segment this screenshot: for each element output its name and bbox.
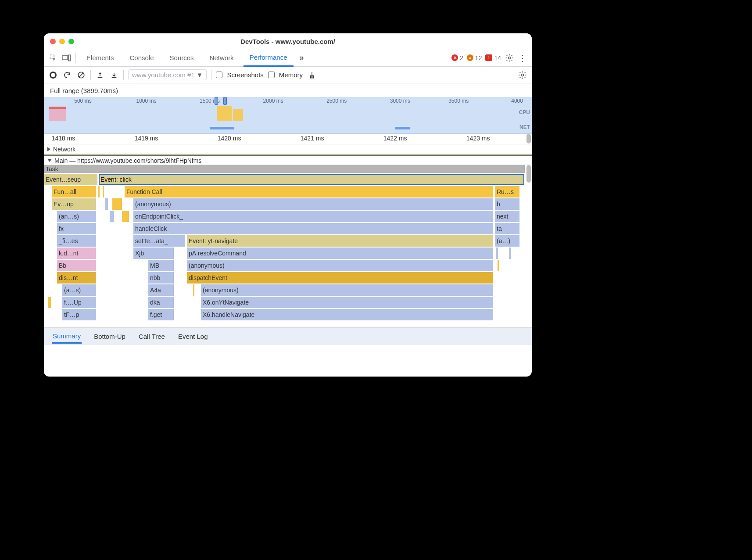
main-track-header[interactable]: Main — https://www.youtube.com/shorts/9l… bbox=[44, 155, 532, 165]
flame-entry[interactable]: (a…) bbox=[495, 235, 519, 247]
timeline-overview[interactable]: 500 ms 1000 ms 1500 ms 2000 ms 2500 ms 3… bbox=[44, 97, 532, 134]
window-controls bbox=[44, 39, 74, 44]
flame-entry[interactable]: b bbox=[495, 198, 519, 210]
flame-handlenavigate[interactable]: X6.handleNavigate bbox=[201, 309, 493, 320]
timeline-ruler[interactable]: 1418 ms 1419 ms 1420 ms 1421 ms 1422 ms … bbox=[44, 134, 532, 144]
upload-profile-icon[interactable] bbox=[95, 70, 105, 80]
overview-tick: 1000 ms bbox=[136, 98, 157, 104]
download-profile-icon[interactable] bbox=[109, 70, 119, 80]
close-window-button[interactable] bbox=[50, 39, 56, 44]
warnings-badge[interactable]: ▲12 bbox=[467, 54, 482, 61]
tab-call-tree[interactable]: Call Tree bbox=[138, 330, 166, 343]
flame-entry[interactable]: ta bbox=[495, 223, 519, 234]
garbage-collect-icon[interactable] bbox=[307, 70, 317, 80]
tab-sources[interactable]: Sources bbox=[164, 49, 200, 67]
flame-event-click-selected[interactable]: Event: click bbox=[99, 174, 524, 185]
flame-dispatchevent[interactable]: dispatchEvent bbox=[187, 272, 493, 284]
flame-entry[interactable]: next bbox=[495, 211, 519, 222]
minimize-window-button[interactable] bbox=[59, 39, 65, 44]
device-toolbar-icon[interactable] bbox=[61, 53, 71, 63]
clear-button[interactable] bbox=[76, 70, 86, 80]
more-tabs-icon[interactable]: » bbox=[297, 53, 307, 63]
record-button[interactable] bbox=[48, 70, 58, 80]
memory-label: Memory bbox=[279, 71, 303, 79]
reload-record-button[interactable] bbox=[62, 70, 72, 80]
network-track-header[interactable]: Network bbox=[44, 144, 532, 154]
horizontal-scrollbar[interactable] bbox=[526, 134, 531, 144]
tab-network[interactable]: Network bbox=[204, 49, 240, 67]
flame-anonymous[interactable]: (anonymous) bbox=[187, 260, 493, 271]
network-track-label: Network bbox=[53, 146, 75, 153]
kebab-menu-icon[interactable]: ⋮ bbox=[518, 53, 527, 63]
flame-entry[interactable]: fx bbox=[57, 223, 96, 234]
flame-entry[interactable]: Bb bbox=[57, 260, 96, 271]
window-title: DevTools - www.youtube.com/ bbox=[44, 38, 532, 45]
flame-entry[interactable]: MB bbox=[148, 260, 174, 271]
flame-task[interactable]: Task bbox=[44, 165, 525, 173]
flame-entry[interactable]: tF…p bbox=[62, 309, 96, 320]
recording-select[interactable]: www.youtube.com #1▼ bbox=[128, 69, 207, 80]
flame-entry[interactable] bbox=[112, 198, 122, 210]
tab-bottom-up[interactable]: Bottom-Up bbox=[93, 330, 126, 343]
tab-console[interactable]: Console bbox=[124, 49, 160, 67]
flame-entry[interactable]: (an…s) bbox=[57, 211, 96, 222]
flame-entry[interactable]: k.d…nt bbox=[57, 248, 96, 259]
flame-entry[interactable]: f.get bbox=[148, 309, 174, 320]
overview-tick: 2500 ms bbox=[326, 98, 347, 104]
flame-anonymous[interactable]: (anonymous) bbox=[133, 198, 493, 210]
flame-handleclick[interactable]: handleClick_ bbox=[133, 223, 493, 234]
ruler-tick: 1423 ms bbox=[466, 135, 490, 142]
devtools-window: DevTools - www.youtube.com/ Elements Con… bbox=[44, 33, 532, 377]
flame-entry[interactable]: setTe…ata_ bbox=[133, 235, 185, 247]
screenshots-checkbox[interactable] bbox=[216, 72, 222, 78]
flame-entry[interactable]: Ev…up bbox=[52, 198, 96, 210]
errors-count: 2 bbox=[460, 54, 463, 61]
settings-icon[interactable] bbox=[505, 53, 514, 63]
flame-chart[interactable]: Task Event…seup Event: click Fun…all Fun… bbox=[44, 165, 532, 327]
flame-entry[interactable]: Ru…s bbox=[495, 186, 519, 197]
vertical-scrollbar[interactable] bbox=[526, 165, 531, 183]
flame-entry[interactable]: A4a bbox=[148, 284, 174, 296]
flame-event-mouseup[interactable]: Event…seup bbox=[44, 174, 97, 185]
net-label: NET bbox=[519, 124, 530, 130]
flame-entry[interactable]: (a…s) bbox=[62, 284, 96, 296]
messages-badge[interactable]: !14 bbox=[485, 54, 501, 61]
flame-entry[interactable]: nbb bbox=[148, 272, 174, 284]
tab-performance[interactable]: Performance bbox=[244, 49, 294, 67]
svg-point-3 bbox=[508, 57, 511, 59]
issue-badges[interactable]: ✕2 ▲12 !14 bbox=[451, 54, 501, 61]
flame-function-call[interactable]: Function Call bbox=[125, 186, 493, 197]
separator bbox=[75, 53, 76, 63]
flame-entry[interactable]: Fun…all bbox=[52, 186, 96, 197]
flame-entry[interactable]: dka bbox=[148, 297, 174, 308]
messages-count: 14 bbox=[494, 54, 501, 61]
svg-rect-2 bbox=[68, 55, 70, 61]
flame-entry[interactable]: f.…Up bbox=[62, 297, 96, 308]
overview-selection-left-handle[interactable] bbox=[215, 97, 218, 105]
tab-event-log[interactable]: Event Log bbox=[177, 330, 209, 343]
flame-onendpointclick[interactable]: onEndpointClick_ bbox=[133, 211, 493, 222]
title-bar: DevTools - www.youtube.com/ bbox=[44, 33, 532, 49]
screenshots-label: Screenshots bbox=[227, 71, 263, 79]
ruler-tick: 1421 ms bbox=[301, 135, 324, 142]
flame-entry[interactable] bbox=[122, 211, 129, 222]
svg-point-11 bbox=[522, 74, 524, 76]
tab-elements[interactable]: Elements bbox=[80, 49, 120, 67]
flame-anonymous[interactable]: (anonymous) bbox=[201, 284, 493, 296]
flame-yt-navigate[interactable]: Event: yt-navigate bbox=[187, 235, 493, 247]
memory-checkbox[interactable] bbox=[268, 72, 275, 78]
details-tab-bar: Summary Bottom-Up Call Tree Event Log bbox=[44, 327, 532, 345]
flame-entry[interactable]: _fi…es bbox=[57, 235, 96, 247]
flame-onytnavigate[interactable]: X6.onYtNavigate bbox=[201, 297, 493, 308]
errors-badge[interactable]: ✕2 bbox=[451, 54, 463, 61]
flame-resolvecommand[interactable]: pA.resolveCommand bbox=[187, 248, 493, 259]
overview-tick: 500 ms bbox=[74, 98, 91, 104]
overview-tick: 3500 ms bbox=[448, 98, 469, 104]
capture-settings-icon[interactable] bbox=[518, 70, 527, 80]
inspect-element-icon[interactable] bbox=[48, 53, 58, 63]
overview-selection-right-handle[interactable] bbox=[223, 97, 227, 105]
flame-entry[interactable]: Xjb bbox=[133, 248, 174, 259]
zoom-window-button[interactable] bbox=[68, 39, 74, 44]
flame-entry[interactable]: dis…nt bbox=[57, 272, 96, 284]
tab-summary[interactable]: Summary bbox=[52, 330, 82, 344]
